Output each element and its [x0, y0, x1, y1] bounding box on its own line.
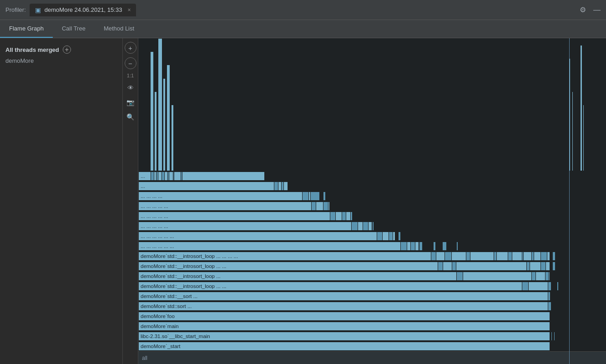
flame-sub-block[interactable] — [431, 252, 436, 261]
flame-block[interactable]: demoMore`_start — [138, 342, 550, 351]
flame-sub-block[interactable] — [372, 222, 374, 231]
flame-block[interactable]: libc-2.31.so`__libc_start_main — [138, 332, 550, 341]
flame-sub-block[interactable] — [452, 262, 456, 271]
flame-row[interactable]: ... ... ... ... ... ... — [138, 231, 606, 241]
flame-sub-block[interactable] — [400, 242, 407, 251]
flame-sub-block[interactable] — [173, 172, 174, 181]
flame-block[interactable]: ... ... ... ... ... — [138, 202, 330, 211]
flame-row[interactable]: ... ... ... ... — [138, 191, 606, 201]
flame-sub-block[interactable] — [438, 262, 443, 271]
flame-sub-block[interactable] — [557, 282, 559, 291]
flame-sub-block[interactable] — [444, 252, 451, 261]
tab-method-list[interactable]: Method List — [95, 20, 143, 38]
flame-block[interactable]: ... ... ... ... ... — [138, 212, 351, 221]
flame-sub-block[interactable] — [377, 232, 382, 241]
flame-sub-block[interactable] — [433, 242, 436, 251]
flame-sub-block[interactable] — [167, 172, 169, 181]
flame-sub-block[interactable] — [456, 272, 463, 281]
flame-sub-block[interactable] — [548, 282, 551, 291]
flame-sub-block[interactable] — [398, 232, 401, 241]
flame-row[interactable]: ... ... ... ... ... — [138, 211, 606, 221]
close-tab-button[interactable]: × — [127, 7, 131, 13]
flame-row[interactable]: ... ... ... ... ... — [138, 201, 606, 211]
flame-row[interactable]: demoMore`std::__introsort_loop ... ... .… — [138, 251, 606, 261]
flame-sub-block[interactable] — [410, 242, 415, 251]
flame-sub-block[interactable] — [323, 192, 326, 201]
flame-block[interactable]: demoMore`foo — [138, 312, 550, 321]
flame-block[interactable]: demoMore`main — [138, 322, 550, 331]
flame-row[interactable]: ... ... ... ... ... ... — [138, 241, 606, 251]
flame-sub-block[interactable] — [419, 242, 423, 251]
flame-row[interactable]: demoMore`main — [138, 321, 606, 331]
flame-sub-block[interactable] — [151, 172, 154, 181]
flame-sub-block[interactable] — [522, 282, 529, 291]
flame-sub-block[interactable] — [545, 272, 549, 281]
sidebar-item-demoMore[interactable]: demoMore — [0, 56, 122, 66]
flame-sub-block[interactable] — [363, 222, 368, 231]
flame-row[interactable]: libc-2.31.so`__libc_start_main — [138, 331, 606, 341]
flame-block[interactable]: ... — [138, 182, 288, 191]
flame-block[interactable]: demoMore`std::__sort ... — [138, 292, 550, 301]
flame-block[interactable]: demoMore`std::__introsort_loop ... ... .… — [138, 252, 550, 261]
flame-row[interactable]: demoMore`std::sort ... — [138, 301, 606, 311]
flame-row[interactable]: demoMore`std::__sort ... — [138, 291, 606, 301]
flame-block[interactable]: ... ... ... ... ... ... — [138, 242, 419, 251]
settings-icon[interactable]: ⚙ — [580, 5, 586, 14]
flame-sub-block[interactable] — [551, 332, 552, 341]
flame-sub-block[interactable] — [552, 262, 556, 271]
flame-sub-block[interactable] — [351, 222, 358, 231]
flame-row[interactable]: ... — [138, 171, 606, 181]
flame-sub-block[interactable] — [531, 252, 534, 261]
flame-sub-block[interactable] — [548, 292, 550, 301]
camera-icon[interactable]: 📷 — [125, 96, 136, 108]
flame-row[interactable]: demoMore`std::__introsort_loop ... ... — [138, 261, 606, 271]
flame-row[interactable]: demoMore`std::__introsort_loop ... ... — [138, 281, 606, 291]
active-tab-title[interactable]: ▣ demoMore 24.06.2021, 15:33 × — [30, 4, 136, 16]
flame-row[interactable]: demoMore`foo — [138, 311, 606, 321]
flame-block[interactable]: demoMore`std::__introsort_loop ... ... — [138, 262, 550, 271]
flame-block[interactable]: demoMore`std::sort ... — [138, 302, 550, 311]
flame-sub-block[interactable] — [389, 232, 393, 241]
flame-sub-block[interactable] — [548, 302, 551, 311]
flame-block[interactable]: ... ... ... ... ... ... — [138, 232, 395, 241]
flame-sub-block[interactable] — [162, 172, 164, 181]
flame-row[interactable]: demoMore`_start — [138, 341, 606, 351]
flame-sub-block[interactable] — [552, 252, 556, 261]
zoom-in-button[interactable]: + — [125, 42, 136, 54]
tab-flame-graph[interactable]: Flame Graph — [0, 20, 53, 38]
flame-block[interactable]: ... ... ... ... ... — [138, 222, 372, 231]
flame-block[interactable]: demoMore`std::__introsort_loop ... ... — [138, 282, 550, 291]
flame-sub-block[interactable] — [156, 172, 158, 181]
flame-sub-block[interactable] — [522, 252, 524, 261]
flame-sub-block[interactable] — [508, 252, 512, 261]
flame-sub-block[interactable] — [302, 192, 309, 201]
eye-icon[interactable]: 👁 — [125, 82, 136, 94]
flame-row[interactable]: demoMore`std::__introsort_loop ... — [138, 271, 606, 281]
flame-row[interactable]: ... ... ... ... ... — [138, 221, 606, 231]
flame-sub-block[interactable] — [466, 252, 470, 261]
flame-sub-block[interactable] — [494, 252, 497, 261]
flame-sub-block[interactable] — [531, 272, 536, 281]
tab-call-tree[interactable]: Call Tree — [53, 20, 95, 38]
flame-sub-block[interactable] — [456, 242, 458, 251]
flame-sub-block[interactable] — [281, 182, 284, 191]
flame-sub-block[interactable] — [181, 172, 182, 181]
flame-sub-block[interactable] — [342, 212, 346, 221]
flame-block[interactable]: ... ... ... ... — [138, 192, 311, 201]
flame-block[interactable]: demoMore`std::__introsort_loop ... — [138, 272, 550, 281]
flame-sub-block[interactable] — [540, 252, 547, 261]
flame-sub-block[interactable] — [274, 182, 278, 191]
flame-sub-block[interactable] — [554, 332, 555, 341]
flame-row[interactable]: ... — [138, 181, 606, 191]
flame-sub-block[interactable] — [350, 212, 353, 221]
flame-sub-block[interactable] — [323, 202, 328, 211]
flame-sub-block[interactable] — [442, 242, 447, 251]
flame-sub-block[interactable] — [330, 212, 335, 221]
flame-sub-block[interactable] — [310, 192, 320, 201]
flame-sub-block[interactable] — [526, 262, 530, 271]
flame-sub-block[interactable] — [540, 262, 546, 271]
flame-sub-block[interactable] — [311, 202, 316, 211]
zoom-out-button[interactable]: − — [125, 57, 136, 69]
add-thread-button[interactable]: + — [63, 46, 71, 54]
search-icon[interactable]: 🔍 — [125, 111, 136, 123]
